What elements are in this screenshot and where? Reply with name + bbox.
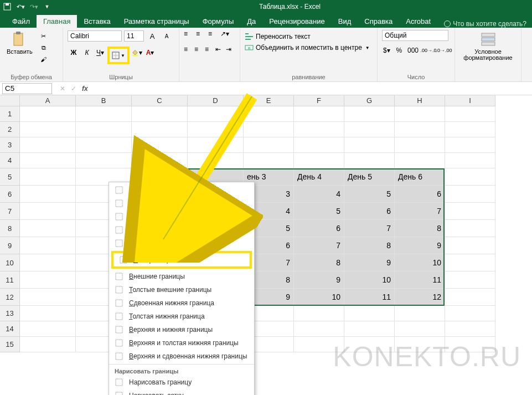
cell-I6[interactable]: [445, 186, 495, 203]
cell-B4[interactable]: [76, 153, 132, 168]
qat-more-icon[interactable]: ▼: [43, 3, 51, 11]
cell-F9[interactable]: 7: [294, 237, 344, 254]
tab-view[interactable]: Вид: [332, 15, 358, 28]
tab-acrobat[interactable]: Acrobat: [399, 15, 437, 28]
cell-G14[interactable]: [344, 321, 395, 337]
align-center-button[interactable]: ≡: [194, 45, 204, 55]
cell-A11[interactable]: [20, 271, 76, 289]
row-header-7[interactable]: 7: [0, 203, 20, 220]
cell-H6[interactable]: 6: [395, 186, 445, 203]
cell-G1[interactable]: [344, 106, 395, 122]
font-name-select[interactable]: [68, 30, 122, 42]
tab-formulas[interactable]: Формулы: [196, 15, 241, 28]
cell-A6[interactable]: [20, 186, 76, 203]
cell-F10[interactable]: 8: [294, 254, 344, 271]
cell-I7[interactable]: [445, 203, 495, 220]
border-menu-top-bottom[interactable]: Верхняя и нижняя границы: [109, 323, 254, 336]
cell-A15[interactable]: [20, 337, 76, 352]
cell-H12[interactable]: 12: [395, 289, 445, 306]
cell-F5[interactable]: День 4: [294, 168, 344, 186]
copy-button[interactable]: ⧉: [38, 43, 49, 53]
enter-fx-icon[interactable]: ✓: [71, 85, 76, 93]
cell-G8[interactable]: 7: [344, 220, 395, 237]
align-right-button[interactable]: ≡: [205, 45, 214, 55]
cell-A7[interactable]: [20, 203, 76, 220]
tab-review[interactable]: Рецензирование: [262, 15, 331, 28]
cell-G7[interactable]: 6: [344, 203, 395, 220]
row-header-4[interactable]: 4: [0, 153, 20, 168]
row-header-6[interactable]: 6: [0, 186, 20, 203]
cell-G9[interactable]: 8: [344, 237, 395, 254]
border-menu-right[interactable]: Правая граница: [109, 223, 254, 237]
cell-A3[interactable]: [20, 137, 76, 153]
border-menu-draw[interactable]: Нарисовать границу: [109, 376, 254, 389]
cell-A9[interactable]: [20, 237, 76, 254]
cut-button[interactable]: ✂: [38, 31, 49, 41]
cell-B3[interactable]: [76, 137, 132, 153]
cell-D4[interactable]: [188, 153, 244, 168]
border-menu-top-thick-bottom[interactable]: Верхняя и толстая нижняя границы: [109, 336, 254, 350]
border-menu-bottom[interactable]: Нижняя граница: [109, 183, 254, 197]
cell-F12[interactable]: 10: [294, 289, 344, 306]
cell-I13[interactable]: [445, 306, 495, 321]
cell-A5[interactable]: [20, 168, 76, 186]
cell-G4[interactable]: [344, 153, 395, 168]
wrap-text-button[interactable]: Переносить текст: [245, 32, 373, 41]
row-header-12[interactable]: 12: [0, 289, 20, 306]
cell-E3[interactable]: [244, 137, 294, 153]
tab-home[interactable]: Главная: [37, 15, 77, 28]
cell-I10[interactable]: [445, 254, 495, 271]
conditional-format-button[interactable]: Условное форматирование: [459, 30, 516, 62]
col-header-E[interactable]: E: [244, 95, 294, 106]
col-header-I[interactable]: I: [445, 95, 495, 106]
format-painter-button[interactable]: 🖌: [38, 54, 49, 64]
merge-center-button[interactable]: a Объединить и поместить в центре ▼: [245, 43, 373, 52]
orientation-button[interactable]: ↗▾: [220, 30, 231, 40]
indent-inc-button[interactable]: ⇥: [226, 45, 235, 55]
indent-dec-button[interactable]: ⇤: [215, 45, 225, 55]
border-menu-left[interactable]: Левая граница: [109, 210, 254, 223]
tab-data[interactable]: Да: [240, 15, 262, 28]
percent-button[interactable]: %: [395, 44, 404, 57]
tab-layout[interactable]: Разметка страницы: [117, 15, 196, 28]
cell-G3[interactable]: [344, 137, 395, 153]
align-bottom-button[interactable]: ≡: [208, 30, 219, 40]
row-header-9[interactable]: 9: [0, 237, 20, 254]
cell-A14[interactable]: [20, 321, 76, 337]
row-header-8[interactable]: 8: [0, 220, 20, 237]
cell-H4[interactable]: [395, 153, 445, 168]
grow-font-button[interactable]: A: [146, 30, 158, 42]
cell-I8[interactable]: [445, 220, 495, 237]
border-menu-dbl-bottom[interactable]: Сдвоенная нижняя граница: [109, 296, 254, 310]
cell-B2[interactable]: [76, 122, 132, 137]
cell-F4[interactable]: [294, 153, 344, 168]
tell-me-search[interactable]: Что вы хотите сделать?: [444, 20, 526, 28]
tab-file[interactable]: Файл: [6, 15, 37, 28]
border-menu-all[interactable]: Все границы: [111, 251, 252, 269]
cell-F3[interactable]: [294, 137, 344, 153]
redo-icon[interactable]: ↷▾: [30, 3, 38, 11]
cell-A2[interactable]: [20, 122, 76, 137]
row-header-15[interactable]: 15: [0, 337, 20, 352]
row-header-14[interactable]: 14: [0, 321, 20, 337]
row-header-2[interactable]: 2: [0, 122, 20, 137]
border-menu-none[interactable]: Нет границы: [109, 237, 254, 250]
cell-F8[interactable]: 6: [294, 220, 344, 237]
cell-I1[interactable]: [445, 106, 495, 122]
cell-D1[interactable]: [188, 106, 244, 122]
cell-A13[interactable]: [20, 306, 76, 321]
cell-G5[interactable]: День 5: [344, 168, 395, 186]
border-menu-outside[interactable]: Внешние границы: [109, 270, 254, 283]
number-format-select[interactable]: [382, 30, 448, 41]
cell-A8[interactable]: [20, 220, 76, 237]
align-middle-button[interactable]: ≡: [196, 30, 207, 40]
cell-A1[interactable]: [20, 106, 76, 122]
align-top-button[interactable]: ≡: [184, 30, 195, 40]
tab-help[interactable]: Справка: [358, 15, 399, 28]
worksheet-grid[interactable]: ABCDEFGHI 12345ень 3День 4День 5День 663…: [0, 95, 532, 352]
border-menu-thick-bottom[interactable]: Толстая нижняя граница: [109, 310, 254, 323]
cell-A12[interactable]: [20, 289, 76, 306]
cell-F11[interactable]: 9: [294, 271, 344, 289]
cell-B1[interactable]: [76, 106, 132, 122]
cell-E2[interactable]: [244, 122, 294, 137]
